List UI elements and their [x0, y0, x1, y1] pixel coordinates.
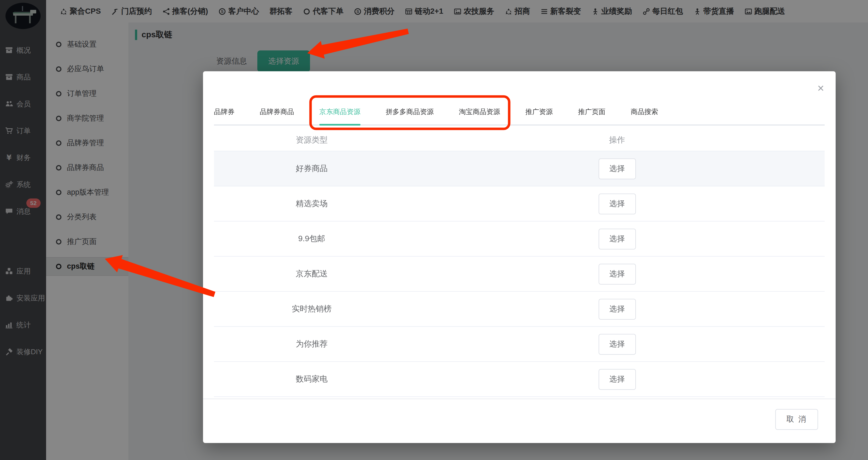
action-cell: 选择 — [409, 263, 825, 284]
tab-京东商品资源[interactable]: 京东商品资源 — [319, 107, 361, 125]
tab-品牌券[interactable]: 品牌券 — [214, 107, 235, 125]
action-cell: 选择 — [409, 158, 825, 179]
tab-品牌券商品[interactable]: 品牌券商品 — [260, 107, 294, 125]
select-button[interactable]: 选择 — [598, 228, 636, 249]
select-button[interactable]: 选择 — [598, 158, 636, 179]
action-cell: 选择 — [409, 369, 825, 390]
resource-type-cell: 实时热销榜 — [214, 304, 409, 314]
tab-推广资源[interactable]: 推广资源 — [525, 107, 553, 125]
resource-type-cell: 9.9包邮 — [214, 234, 409, 244]
select-button[interactable]: 选择 — [598, 263, 636, 284]
table-row: 9.9包邮选择 — [214, 222, 825, 257]
resource-picker-modal: × 品牌券品牌券商品京东商品资源拼多多商品资源淘宝商品资源推广资源推广页面商品搜… — [203, 71, 836, 443]
resource-type-cell: 为你推荐 — [214, 339, 409, 349]
column-header-action: 操作 — [409, 135, 825, 145]
resource-type-cell: 好券商品 — [214, 163, 409, 174]
table-row: 好券商品选择 — [214, 151, 825, 187]
resource-type-cell: 京东配送 — [214, 269, 409, 279]
tab-拼多多商品资源[interactable]: 拼多多商品资源 — [386, 107, 434, 125]
tab-淘宝商品资源[interactable]: 淘宝商品资源 — [459, 107, 500, 125]
table-row: 精选卖场选择 — [214, 187, 825, 222]
action-cell: 选择 — [409, 193, 825, 214]
table-header-row: 资源类型 操作 — [214, 129, 825, 151]
resource-table: 资源类型 操作 好券商品选择精选卖场选择9.9包邮选择京东配送选择实时热销榜选择… — [214, 129, 825, 397]
select-button[interactable]: 选择 — [598, 334, 636, 355]
table-row: 数码家电选择 — [214, 362, 825, 397]
cancel-button[interactable]: 取 消 — [775, 409, 818, 430]
column-header-resource-type: 资源类型 — [214, 135, 409, 145]
app-root: 概况商品会员订单¥财务系统消息52应用安装应用统计装修DIY 聚合CPS门店预约… — [0, 0, 868, 460]
select-button[interactable]: 选择 — [598, 193, 636, 214]
table-row: 实时热销榜选择 — [214, 292, 825, 327]
resource-type-cell: 精选卖场 — [214, 198, 409, 209]
resource-tabs: 品牌券品牌券商品京东商品资源拼多多商品资源淘宝商品资源推广资源推广页面商品搜索 — [214, 105, 825, 126]
table-row: 为你推荐选择 — [214, 327, 825, 362]
tab-推广页面[interactable]: 推广页面 — [578, 107, 606, 125]
table-body: 好券商品选择精选卖场选择9.9包邮选择京东配送选择实时热销榜选择为你推荐选择数码… — [214, 151, 825, 397]
action-cell: 选择 — [409, 228, 825, 249]
resource-type-cell: 数码家电 — [214, 374, 409, 384]
select-button[interactable]: 选择 — [598, 369, 636, 390]
action-cell: 选择 — [409, 334, 825, 355]
close-icon[interactable]: × — [817, 82, 824, 94]
table-row: 京东配送选择 — [214, 257, 825, 292]
screenshot-viewport: 概况商品会员订单¥财务系统消息52应用安装应用统计装修DIY 聚合CPS门店预约… — [0, 0, 868, 460]
tab-商品搜索[interactable]: 商品搜索 — [631, 107, 658, 125]
action-cell: 选择 — [409, 299, 825, 319]
modal-footer-divider — [203, 399, 836, 399]
select-button[interactable]: 选择 — [598, 299, 636, 319]
